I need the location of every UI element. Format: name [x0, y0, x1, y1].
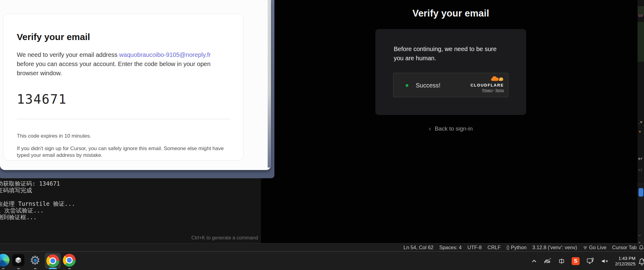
- email-message-card: Verify your email We need to verify your…: [3, 14, 244, 161]
- verify-page-title: Verify your email: [375, 8, 526, 19]
- network-ethernet-icon[interactable]: [586, 257, 594, 265]
- terminal-line: 1 次尝试验证...: [0, 207, 75, 214]
- taskbar-edge-icon[interactable]: [0, 254, 9, 267]
- broadcast-icon: [583, 245, 588, 250]
- python-interpreter-indicator[interactable]: 3.12.8 ('venv': venv): [532, 245, 577, 250]
- cloudflare-turnstile-widget[interactable]: Success! CLOUDFLARE Privacy•Terms: [393, 73, 508, 97]
- braces-icon: {}: [506, 245, 509, 250]
- running-indicator: [2, 268, 5, 269]
- desktop-screen: Verify your email Before continuing, we …: [0, 0, 644, 270]
- eol-indicator[interactable]: CRLF: [487, 245, 501, 250]
- taskbar-chrome-active-tile[interactable]: [45, 253, 61, 269]
- turnstile-status: Success!: [416, 82, 440, 89]
- running-indicator: [34, 268, 37, 269]
- terminal-panel[interactable]: 功获取验证码: 134671 证码填写完成 在处理 Turnstile 验证..…: [0, 178, 261, 243]
- clock-time: 1:43 PM: [615, 256, 635, 261]
- running-indicator: [17, 268, 20, 269]
- cloudflare-branding: CLOUDFLARE Privacy•Terms: [470, 76, 504, 92]
- svg-text:z: z: [642, 259, 644, 261]
- taskbar-cursor-icon[interactable]: [12, 254, 25, 267]
- language-label: Python: [511, 245, 526, 250]
- running-indicator: [68, 268, 71, 269]
- tray-chevron-up-icon[interactable]: [531, 259, 537, 263]
- scrollbar-thumb[interactable]: [639, 188, 643, 197]
- terminal-line: [0, 194, 75, 200]
- cursor-position-indicator[interactable]: Ln 54, Col 62: [403, 245, 433, 250]
- terminal-hint: Ctrl+K to generate a command: [191, 235, 258, 241]
- privacy-link[interactable]: Privacy: [482, 88, 493, 92]
- notification-dnd-bell-icon[interactable]: z: [638, 258, 644, 266]
- indentation-indicator[interactable]: Spaces: 4: [439, 245, 461, 250]
- body-prefix: We need to verify your email address: [17, 51, 119, 58]
- cloudflare-wordmark: CLOUDFLARE: [470, 83, 504, 87]
- verification-code: 134671: [17, 92, 230, 107]
- chrome-logo-icon: [46, 254, 59, 267]
- email-body-text: We need to verify your email address waq…: [17, 50, 229, 78]
- email-page: Verify your email We need to verify your…: [0, 0, 271, 170]
- gear-icon: ⚙: [29, 254, 42, 267]
- status-bar-right: Ln 54, Col 62 Spaces: 4 UTF-8 CRLF {} Py…: [403, 243, 637, 251]
- email-address-link[interactable]: waquobraucoibo-9105@noreply.fr: [119, 51, 211, 58]
- back-to-signin-link[interactable]: ‹Back to sign-in: [375, 125, 526, 132]
- taskbar: ⚙: [0, 251, 644, 270]
- human-check-card: Before continuing, we need to be sure yo…: [375, 29, 526, 115]
- code-fragment: _w: [638, 120, 642, 124]
- go-live-label: Go Live: [589, 245, 606, 250]
- code-highlight-block: [638, 22, 644, 62]
- code-fragment: co: [638, 13, 642, 18]
- onedrive-offline-icon[interactable]: [544, 258, 552, 264]
- terminal-line: 证码填写完成: [0, 187, 75, 194]
- language-indicator[interactable]: {} Python: [506, 245, 526, 250]
- encoding-indicator[interactable]: UTF-8: [468, 245, 482, 250]
- cursor-tab-indicator[interactable]: Cursor Tab: [612, 245, 637, 250]
- volume-muted-icon[interactable]: [601, 258, 608, 264]
- divider: [17, 119, 230, 119]
- editor-sliver: co _w er tl ↵ ×: [637, 0, 644, 243]
- terminal-line: 测到验证框...: [0, 214, 75, 220]
- browser-verify-page: Verify your email Before continuing, we …: [261, 0, 637, 243]
- cloudflare-cloud-icon: [490, 76, 504, 83]
- terminal-output: 功获取验证码: 134671 证码填写完成 在处理 Turnstile 验证..…: [0, 180, 75, 220]
- chevron-left-icon: ‹: [429, 125, 431, 132]
- taskbar-settings-icon[interactable]: ⚙: [29, 254, 42, 267]
- success-dot-icon: [406, 84, 408, 87]
- disclaimer-text: If you didn't sign up for Cursor, you ca…: [17, 145, 227, 159]
- notifications-bell-icon[interactable]: [639, 245, 644, 250]
- go-live-button[interactable]: Go Live: [583, 245, 606, 250]
- taskbar-clock[interactable]: 1:43 PM 2/12/2025: [615, 256, 635, 267]
- code-marker-dot: [639, 131, 641, 132]
- status-bar: Ln 54, Col 62 Spaces: 4 UTF-8 CRLF {} Py…: [0, 243, 644, 251]
- expiry-note: This code expires in 10 minutes.: [17, 133, 230, 139]
- code-fragment: er: [638, 157, 642, 161]
- ime-input-icon[interactable]: [558, 258, 565, 264]
- back-to-signin-label: Back to sign-in: [435, 125, 473, 132]
- human-check-text: Before continuing, we need to be sure yo…: [394, 44, 507, 63]
- system-tray: S 1:43 PM 2/12/2025: [531, 252, 635, 270]
- terminal-line: 在处理 Turnstile 验证...: [0, 200, 75, 207]
- email-title: Verify your email: [17, 32, 230, 42]
- code-fragment: tl: [638, 168, 642, 172]
- terms-link[interactable]: Terms: [495, 88, 504, 92]
- chrome-logo-icon: [63, 254, 76, 267]
- taskbar-chrome-icon[interactable]: [63, 254, 76, 267]
- return-key-icon: ↵: [638, 233, 641, 237]
- cursor-logo-icon: [12, 254, 24, 266]
- body-suffix: before you can access your account. Ente…: [17, 61, 211, 76]
- clock-date: 2/12/2025: [615, 261, 635, 267]
- window-scrollbar-edge[interactable]: [268, 0, 271, 168]
- terminal-line: 功获取验证码: 134671: [0, 180, 75, 187]
- active-running-indicator: [49, 268, 57, 269]
- email-client-window: Verify your email We need to verify your…: [0, 0, 274, 178]
- edge-logo-icon: [0, 254, 9, 267]
- turnstile-links: Privacy•Terms: [470, 88, 504, 92]
- sogou-input-icon[interactable]: S: [572, 257, 580, 265]
